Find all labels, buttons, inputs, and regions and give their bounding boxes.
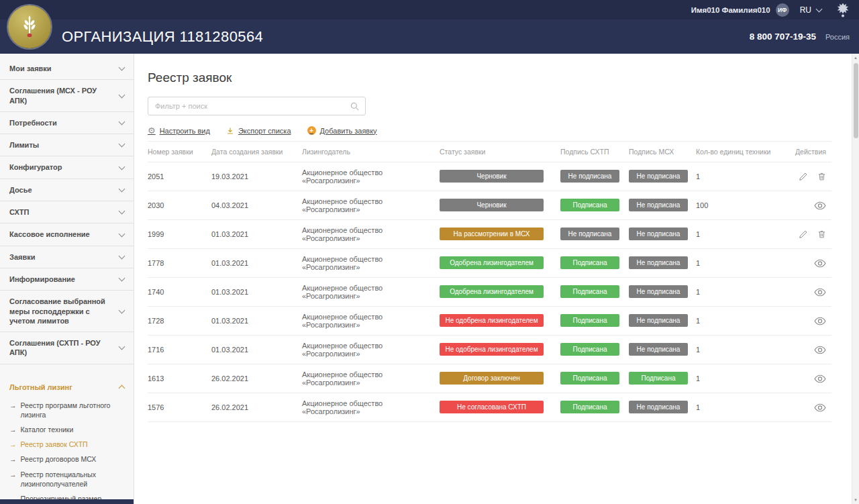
cell-date: 01.03.2021	[211, 259, 302, 267]
sidebar-subitem[interactable]: →Реестр заявок СХТП	[9, 437, 128, 452]
table-row[interactable]: 2051 19.03.2021 Акционерное общество «Ро…	[148, 162, 831, 191]
sidebar-item-label: Лимиты	[9, 140, 39, 150]
schtp-sign-badge: Подписана	[560, 256, 619, 269]
export-list-link[interactable]: Экспорт списка	[226, 127, 291, 135]
view-icon[interactable]	[814, 259, 826, 268]
view-icon[interactable]	[814, 317, 826, 325]
cell-lessor: Акционерное общество «Росагролизинг»	[302, 284, 440, 300]
vertical-scrollbar[interactable]: ▲ ▼	[852, 54, 859, 504]
table-row[interactable]: 2030 04.03.2021 Акционерное общество «Ро…	[148, 191, 831, 220]
sidebar-item[interactable]: Досье	[0, 179, 134, 201]
table-row[interactable]: 1728 01.03.2021 Акционерное общество «Ро…	[148, 307, 831, 336]
chevron-down-icon	[119, 141, 125, 148]
chevron-down-icon	[119, 185, 125, 192]
sidebar-subitem[interactable]: →Каталог техники	[9, 422, 128, 437]
msh-sign-badge: Не подписана	[629, 314, 688, 327]
search-icon[interactable]	[350, 101, 360, 114]
sidebar-item-lgotny-lizing[interactable]: Льготный лизинг	[0, 378, 134, 397]
download-icon	[226, 127, 234, 135]
toolbar: ⚙ Настроить вид Экспорт списка + Добавит…	[148, 126, 831, 142]
sidebar-subitem[interactable]: →Реестр программ льготного лизинга	[9, 398, 128, 422]
cell-actions	[783, 230, 831, 239]
cell-actions	[783, 172, 831, 181]
sidebar-item[interactable]: Согласование выбранной меры господдержки…	[0, 291, 134, 332]
app-logo	[8, 5, 51, 48]
sidebar-item[interactable]: Информирование	[0, 268, 134, 291]
msh-sign-badge: Не подписана	[629, 401, 688, 413]
sidebar-item[interactable]: Потребности	[0, 112, 134, 134]
view-icon[interactable]	[814, 288, 826, 297]
schtp-sign-badge: Не подписана	[560, 228, 619, 240]
delete-icon[interactable]	[817, 172, 826, 181]
schtp-sign-badge: Подписана	[560, 199, 619, 211]
scrollbar-thumb[interactable]	[854, 63, 858, 138]
status-badge: Черновик	[440, 170, 544, 183]
sidebar-subitem[interactable]: →Реестр потенциальных лизингополучателей	[9, 467, 128, 491]
cell-actions	[783, 259, 831, 268]
cell-units: 1	[696, 346, 783, 354]
sidebar-menu: Мои заявки Соглашения (МСХ - РОУ АПК) По…	[0, 58, 134, 364]
table-row[interactable]: 1778 01.03.2021 Акционерное общество «Ро…	[148, 249, 831, 278]
col-header: Подпись СХТП	[560, 148, 629, 156]
status-badge: Не одобрена лизингодателем	[440, 343, 544, 356]
edit-icon[interactable]	[799, 172, 808, 181]
status-badge: Не согласована СХТП	[440, 401, 544, 413]
msh-sign-badge: Подписана	[629, 372, 688, 385]
scroll-up-icon[interactable]: ▲	[852, 56, 859, 60]
cell-units: 100	[696, 201, 783, 209]
cell-app-number: 1716	[148, 346, 211, 354]
table-row[interactable]: 1999 01.03.2021 Акционерное общество «Ро…	[148, 220, 831, 249]
cell-app-number: 1740	[148, 288, 211, 296]
col-header: Подпись МСХ	[629, 148, 696, 156]
cell-lessor: Акционерное общество «Росагролизинг»	[302, 399, 440, 415]
cell-lessor: Акционерное общество «Росагролизинг»	[302, 313, 440, 329]
cell-actions	[783, 201, 831, 210]
phone-number: 8 800 707-19-35	[750, 32, 816, 42]
avatar[interactable]: ИФ	[776, 3, 789, 17]
edit-icon[interactable]	[799, 230, 808, 239]
chevron-down-icon	[119, 163, 125, 170]
table-row[interactable]: 1740 01.03.2021 Акционерное общество «Ро…	[148, 278, 831, 307]
table-row[interactable]: 1576 26.02.2021 Акционерное общество «Ро…	[148, 393, 831, 422]
user-menu[interactable]: Имя010 Фамилия010 ИФ	[691, 3, 789, 17]
sidebar-item[interactable]: Мои заявки	[0, 58, 134, 80]
cell-app-number: 1576	[148, 403, 211, 411]
add-application-link[interactable]: + Добавить заявку	[307, 126, 377, 135]
table-row[interactable]: 1613 26.02.2021 Акционерное общество «Ро…	[148, 364, 831, 393]
delete-icon[interactable]	[817, 230, 826, 239]
sidebar-item[interactable]: Лимиты	[0, 134, 134, 156]
cell-actions	[783, 374, 831, 383]
sidebar-item[interactable]: Соглашения (МСХ - РОУ АПК)	[0, 80, 134, 112]
scroll-down-icon[interactable]: ▼	[852, 498, 859, 502]
view-icon[interactable]	[814, 201, 826, 210]
cell-lessor: Акционерное общество «Росагролизинг»	[302, 197, 440, 213]
cell-app-number: 1999	[148, 230, 211, 238]
configure-view-link[interactable]: ⚙ Настроить вид	[148, 126, 210, 135]
coat-of-arms-icon	[835, 2, 851, 18]
sidebar-item-label: Соглашения (СХТП - РОУ АПК)	[9, 338, 114, 358]
cell-lessor: Акционерное общество «Росагролизинг»	[302, 168, 440, 185]
sidebar-item[interactable]: Заявки	[0, 246, 134, 268]
view-icon[interactable]	[814, 346, 826, 354]
search-input[interactable]	[148, 97, 365, 115]
cell-lessor: Акционерное общество «Росагролизинг»	[302, 342, 440, 358]
header-top-strip: Имя010 Фамилия010 ИФ RU	[0, 0, 859, 19]
sidebar-item[interactable]: Кассовое исполнение	[0, 223, 134, 246]
language-selector[interactable]: RU	[800, 5, 821, 15]
cell-app-number: 2051	[148, 172, 211, 181]
table-body: 2051 19.03.2021 Акционерное общество «Ро…	[148, 162, 831, 422]
sidebar-subitem-label: Каталог техники	[21, 425, 74, 434]
sidebar-subitem[interactable]: →Реестр договоров МСХ	[9, 452, 128, 466]
view-icon[interactable]	[814, 403, 826, 412]
sidebar-item[interactable]: Конфигуратор	[0, 156, 134, 179]
sidebar-item[interactable]: Соглашения (СХТП - РОУ АПК)	[0, 332, 134, 364]
table-header: Номер заявки Дата создания заявки Лизинг…	[148, 142, 831, 162]
cell-units: 1	[696, 288, 783, 296]
cell-app-number: 1728	[148, 317, 211, 325]
cell-app-number: 1778	[148, 259, 211, 267]
language-label: RU	[800, 5, 811, 15]
table-row[interactable]: 1716 01.03.2021 Акционерное общество «Ро…	[148, 336, 831, 364]
sidebar-item[interactable]: СХТП	[0, 201, 134, 223]
view-icon[interactable]	[814, 374, 826, 383]
arrow-right-icon: →	[9, 425, 17, 434]
